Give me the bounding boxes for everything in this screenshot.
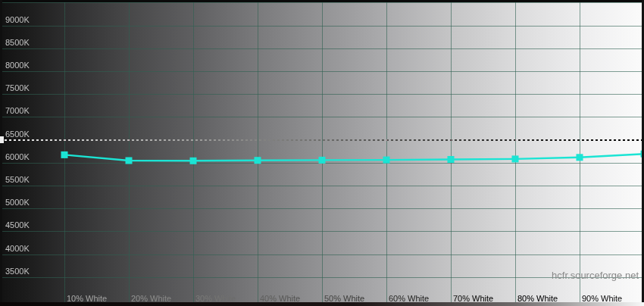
y-axis-tick-label: 5500K (5, 175, 30, 184)
y-axis-tick-label: 7000K (5, 106, 30, 115)
data-point-marker (190, 158, 197, 164)
chart-border-left (0, 0, 2, 306)
y-axis-tick-label: 6000K (5, 152, 30, 161)
watermark: hcfr.sourceforge.net (552, 270, 639, 281)
data-point-marker (577, 154, 583, 161)
y-axis-tick-label: 6500K (5, 130, 30, 139)
data-point-marker (448, 156, 455, 163)
y-axis-tick-label: 4000K (5, 244, 30, 253)
data-point-marker (512, 155, 519, 162)
y-axis-tick-label: 9000K (5, 15, 30, 24)
data-point-marker (126, 158, 133, 164)
temperature-series-plot (0, 0, 644, 306)
chart-border-bottom (0, 302, 644, 306)
chart-border-top (0, 0, 644, 2)
data-point-marker (255, 157, 261, 164)
data-point-marker (319, 157, 326, 164)
temperature-line (64, 154, 644, 161)
y-axis-tick-label: 5000K (5, 198, 30, 207)
color-temperature-chart: hcfr.sourceforge.net 9000K8500K8000K7500… (0, 0, 644, 306)
y-axis-tick-label: 7500K (5, 83, 30, 92)
reference-level-marker (0, 136, 4, 143)
data-point-marker (383, 157, 390, 164)
y-axis-tick-label: 4500K (5, 220, 30, 230)
y-axis-tick-label: 8000K (5, 61, 30, 70)
y-axis-tick-label: 3500K (5, 267, 30, 276)
data-point-marker (61, 151, 68, 158)
y-axis-tick-label: 8500K (5, 38, 30, 47)
